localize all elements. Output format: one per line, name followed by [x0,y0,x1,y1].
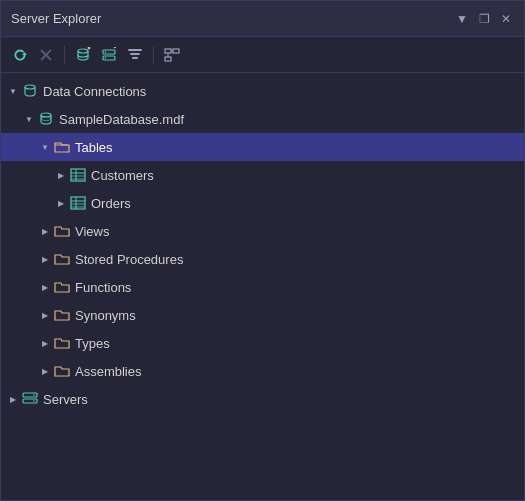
tree-view[interactable]: Data Connections SampleDatabase.mdf [1,73,524,500]
stop-button[interactable] [35,44,57,66]
expand-arrow-synonyms[interactable] [37,307,53,323]
toolbar-separator-1 [64,46,65,64]
svg-rect-11 [130,53,140,55]
svg-line-9 [114,47,116,48]
connect-server-button[interactable] [98,44,120,66]
dropdown-button[interactable]: ▼ [454,11,470,27]
diagram-button[interactable] [161,44,183,66]
expand-arrow-data-connections[interactable] [5,83,21,99]
folder-icon-assemblies [53,362,71,380]
types-label: Types [75,336,110,351]
tree-item-stored-procedures[interactable]: Stored Procedures [1,245,524,273]
orders-label: Orders [91,196,131,211]
close-button[interactable]: ✕ [498,11,514,27]
expand-arrow-types[interactable] [37,335,53,351]
svg-rect-14 [173,49,179,53]
svg-rect-32 [23,399,37,403]
expand-arrow-tables[interactable] [37,139,53,155]
functions-label: Functions [75,280,131,295]
expand-arrow-assemblies[interactable] [37,363,53,379]
title-bar-controls: ▼ ❐ ✕ [454,11,514,27]
expand-arrow-views[interactable] [37,223,53,239]
sample-database-label: SampleDatabase.mdf [59,112,184,127]
window-title: Server Explorer [11,11,101,26]
expand-arrow-sample-database[interactable] [21,111,37,127]
expand-arrow-customers[interactable] [53,167,69,183]
synonyms-label: Synonyms [75,308,136,323]
folder-icon-types [53,334,71,352]
tree-item-customers[interactable]: Customers [1,161,524,189]
table-icon-customers [69,166,87,184]
customers-label: Customers [91,168,154,183]
folder-icon-stored-procedures [53,250,71,268]
database-icon [37,110,55,128]
tree-item-views[interactable]: Views [1,217,524,245]
cylinder-icon [21,82,39,100]
folder-icon-synonyms [53,306,71,324]
folder-icon-functions [53,278,71,296]
views-label: Views [75,224,109,239]
toolbar-separator-2 [153,46,154,64]
svg-point-7 [105,51,107,53]
svg-point-34 [33,400,35,402]
data-connections-label: Data Connections [43,84,146,99]
expand-arrow-stored-procedures[interactable] [37,251,53,267]
svg-rect-10 [128,49,142,51]
title-bar: Server Explorer ▼ ❐ ✕ [1,1,524,37]
tree-item-types[interactable]: Types [1,329,524,357]
svg-rect-15 [165,57,171,61]
svg-rect-31 [23,393,37,397]
tree-item-servers[interactable]: Servers [1,385,524,413]
expand-arrow-orders[interactable] [53,195,69,211]
title-bar-left: Server Explorer [11,11,101,26]
tree-item-assemblies[interactable]: Assemblies [1,357,524,385]
svg-point-33 [33,394,35,396]
tree-item-orders[interactable]: Orders [1,189,524,217]
svg-point-8 [105,57,107,59]
svg-rect-12 [132,57,138,59]
server-icon [21,390,39,408]
table-icon-orders [69,194,87,212]
tree-item-sample-database[interactable]: SampleDatabase.mdf [1,105,524,133]
tree-item-data-connections[interactable]: Data Connections [1,77,524,105]
svg-rect-13 [165,49,171,53]
toolbar [1,37,524,73]
connect-database-button[interactable] [72,44,94,66]
tree-item-functions[interactable]: Functions [1,273,524,301]
folder-icon-views [53,222,71,240]
assemblies-label: Assemblies [75,364,141,379]
svg-point-2 [78,49,88,53]
server-explorer-window: Server Explorer ▼ ❐ ✕ [0,0,525,501]
folder-icon-tables [53,138,71,156]
svg-point-18 [25,85,35,89]
servers-label: Servers [43,392,88,407]
stored-procedures-label: Stored Procedures [75,252,183,267]
filter-button[interactable] [124,44,146,66]
refresh-button[interactable] [9,44,31,66]
expand-arrow-servers[interactable] [5,391,21,407]
restore-button[interactable]: ❐ [476,11,492,27]
tree-item-synonyms[interactable]: Synonyms [1,301,524,329]
tables-label: Tables [75,140,113,155]
tree-item-tables[interactable]: Tables [1,133,524,161]
expand-arrow-functions[interactable] [37,279,53,295]
